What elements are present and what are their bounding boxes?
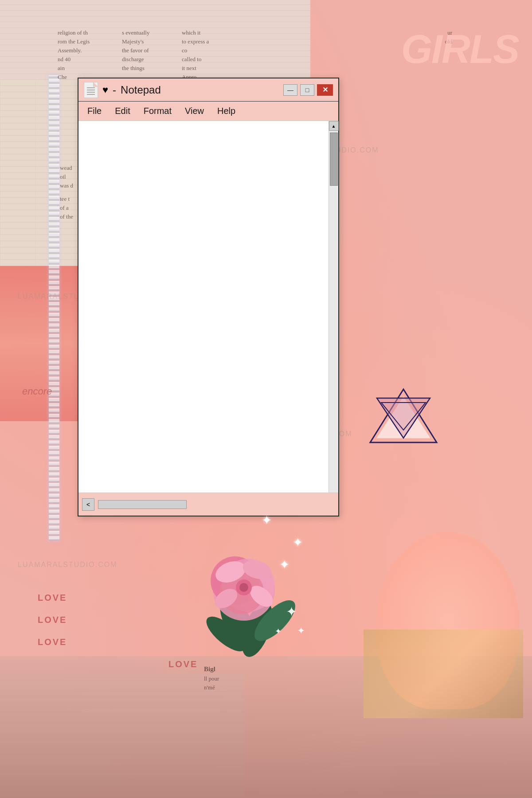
title-dash: - <box>113 84 116 96</box>
newspaper-text-8: Majesty's <box>122 38 144 46</box>
bottom-text-1: Bigl <box>204 665 215 674</box>
title-bar: ♥ - Notepad — □ ✕ <box>78 78 338 102</box>
bottom-scrollbar: < <box>78 493 338 516</box>
svg-point-17 <box>239 583 248 592</box>
svg-text:✦: ✦ <box>286 604 297 619</box>
bottom-text-3: n'mé <box>204 684 215 692</box>
icon-line-2 <box>87 90 95 90</box>
menu-help[interactable]: Help <box>217 106 235 116</box>
love-text-3: LOVE <box>38 637 67 647</box>
newspaper-text-11: the things <box>122 64 145 72</box>
newspaper-text-13: to express a <box>182 38 209 46</box>
love-text-1: LOVE <box>38 593 67 603</box>
scrollbar-vertical[interactable]: ▲ <box>329 121 338 493</box>
newspaper-text-4: nd 40 <box>58 55 70 63</box>
close-button[interactable]: ✕ <box>317 84 333 96</box>
glitter-decoration <box>364 630 523 718</box>
scroll-up-arrow[interactable]: ▲ <box>329 121 339 131</box>
np-left-col-1: wead <box>60 164 72 172</box>
newspaper-text-5: ain <box>58 64 65 72</box>
minimize-button[interactable]: — <box>283 84 297 96</box>
text-area-container: ▲ <box>78 121 338 493</box>
np-left-col-4: tee t <box>60 195 70 203</box>
newspaper-text-2: rom the Legis <box>58 38 90 46</box>
title-bar-left: ♥ - Notepad <box>84 82 161 98</box>
svg-text:✦: ✦ <box>275 627 282 636</box>
newspaper-text-14: co <box>182 47 187 55</box>
icon-line-1 <box>87 87 95 88</box>
newspaper-text-1: religion of th <box>58 29 88 37</box>
encore-text: encore <box>22 386 52 397</box>
menu-view[interactable]: View <box>185 106 204 116</box>
maximize-button[interactable]: □ <box>300 84 314 96</box>
newspaper-text-9: the favor of <box>122 47 149 55</box>
newspaper-text-3: Assembly. <box>58 47 82 55</box>
newspaper-text-10: discharge <box>122 55 144 63</box>
newspaper-text-12: which it <box>182 29 200 37</box>
title-heart-icon: ♥ <box>102 84 108 96</box>
sparkle-1: ✦ <box>262 513 272 528</box>
horizontal-scroll-track[interactable] <box>98 500 187 509</box>
girls-text: GIRLS <box>401 27 519 72</box>
triangle-decoration <box>368 386 439 448</box>
title-app-name: Notepad <box>121 84 161 96</box>
love-text-4: LOVE <box>168 659 198 669</box>
np-left-col-5: of a <box>60 204 69 212</box>
bottom-text-2: ll pour <box>204 675 219 683</box>
newspaper-text-6: Che <box>58 73 67 81</box>
menu-bar: File Edit Format View Help <box>78 102 338 121</box>
sparkle-2: ✦ <box>293 535 303 550</box>
sparkle-3: ✦ <box>279 557 289 572</box>
notepad-textarea[interactable] <box>78 121 329 493</box>
notepad-icon-lines <box>87 87 95 95</box>
svg-text:✦: ✦ <box>297 625 305 636</box>
sparkle-border <box>49 75 59 541</box>
np-left-col-6: of the <box>60 213 73 221</box>
notepad-window: ♥ - Notepad — □ ✕ File Edit Format View … <box>78 78 339 516</box>
pink-left-accent <box>0 266 80 421</box>
title-controls: — □ ✕ <box>283 84 333 96</box>
scroll-left-button[interactable]: < <box>82 498 94 511</box>
love-text-2: LOVE <box>38 615 67 625</box>
np-left-col-2: oil <box>60 173 66 181</box>
newspaper-text-15: called to <box>182 55 201 63</box>
scrollbar-thumb[interactable] <box>330 133 338 186</box>
menu-format[interactable]: Format <box>144 106 172 116</box>
newspaper-text-7: s eventually <box>122 29 149 37</box>
np-left-col-3: was d <box>60 182 73 190</box>
menu-edit[interactable]: Edit <box>115 106 130 116</box>
notepad-app-icon <box>84 82 98 98</box>
newspaper-text-16: it next <box>182 64 196 72</box>
icon-line-3 <box>87 92 95 93</box>
icon-line-4 <box>87 94 95 95</box>
newspaper-texture-top <box>0 0 310 80</box>
menu-file[interactable]: File <box>87 106 102 116</box>
